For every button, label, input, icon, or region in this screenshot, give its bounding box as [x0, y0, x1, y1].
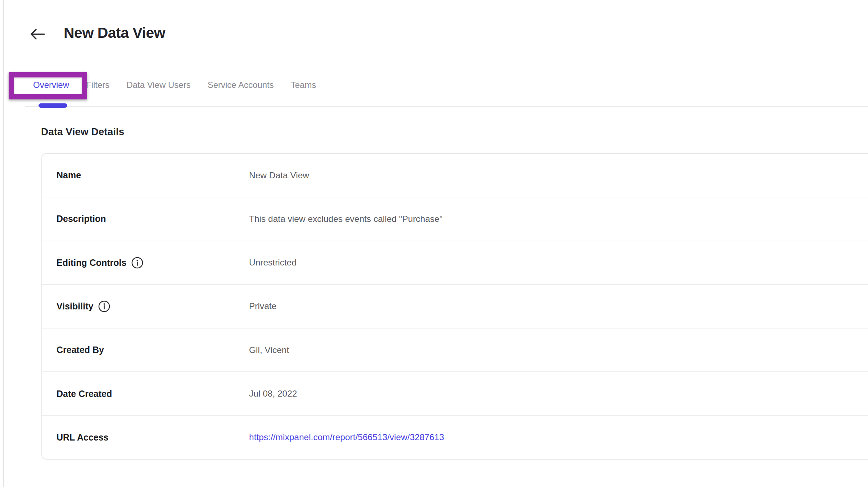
row-value: Gil, Vicent: [249, 345, 289, 355]
data-view-details-card: Name New Data View Description This data…: [41, 153, 868, 460]
active-tab-indicator: [39, 103, 67, 108]
tab-bar: Overview Filters Data View Users Service…: [0, 70, 868, 110]
row-label: Editing Controls: [56, 256, 144, 269]
detail-row-date-created: Date Created Jul 08, 2022: [42, 371, 868, 415]
row-value: Private: [249, 301, 276, 311]
row-value: Jul 08, 2022: [249, 389, 297, 399]
detail-row-name: Name New Data View: [42, 154, 868, 197]
detail-row-url-access: URL Access https://mixpanel.com/report/5…: [42, 415, 868, 459]
info-icon[interactable]: [131, 256, 144, 269]
tabbar-divider: [25, 106, 868, 107]
page-title: New Data View: [64, 24, 165, 41]
detail-row-description: Description This data view excludes even…: [42, 197, 868, 240]
row-value: New Data View: [249, 170, 309, 180]
back-button[interactable]: [30, 27, 46, 42]
section-title: Data View Details: [41, 126, 124, 138]
row-label: Name: [56, 170, 81, 180]
data-view-settings-page: New Data View Overview Filters Data View…: [0, 0, 868, 487]
row-label: Visibility: [56, 300, 110, 313]
row-value: This data view excludes events called "P…: [249, 214, 443, 224]
left-arrow-icon: [30, 27, 46, 41]
row-value: https://mixpanel.com/report/566513/view/…: [249, 432, 444, 442]
row-label: Date Created: [56, 389, 112, 399]
detail-row-visibility: Visibility Private: [42, 284, 868, 328]
info-icon[interactable]: [98, 300, 110, 313]
data-view-url-link[interactable]: https://mixpanel.com/report/566513/view/…: [249, 432, 444, 442]
row-value: Unrestricted: [249, 258, 297, 268]
tab-filters[interactable]: Filters: [86, 80, 109, 90]
row-label: Created By: [56, 345, 104, 355]
tab-teams[interactable]: Teams: [291, 80, 316, 90]
page-header: New Data View: [0, 0, 868, 58]
tab-service-accounts[interactable]: Service Accounts: [208, 80, 274, 90]
annotation-highlight-box: [9, 72, 87, 99]
row-label: Description: [56, 214, 106, 224]
row-label: URL Access: [56, 432, 109, 443]
detail-row-editing-controls: Editing Controls Unrestricted: [42, 241, 868, 284]
detail-row-created-by: Created By Gil, Vicent: [42, 328, 868, 371]
tab-data-view-users[interactable]: Data View Users: [126, 80, 190, 90]
